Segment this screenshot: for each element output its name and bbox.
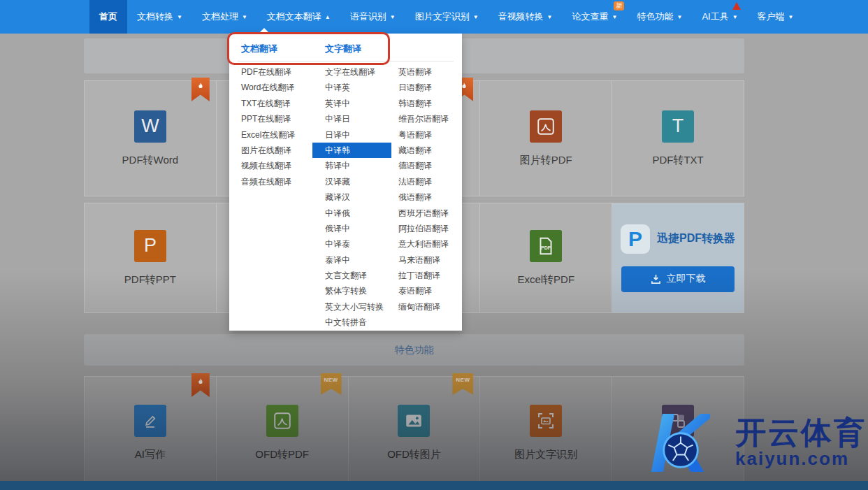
dropdown-item[interactable]: 繁体字转换 xyxy=(325,283,391,298)
dropdown-item[interactable]: 藏语翻译 xyxy=(398,143,449,158)
pdf-adobe-icon xyxy=(530,110,562,143)
dropdown-pointer-icon xyxy=(259,28,270,34)
dropdown-item[interactable]: 日译中 xyxy=(325,127,391,143)
card-label: PDF转PPT xyxy=(124,273,176,287)
dropdown-item[interactable]: PPT在线翻译 xyxy=(241,111,295,127)
card-label: 图片文字识别 xyxy=(514,448,577,461)
card-pdf-convert-partial[interactable]: PDF转 xyxy=(612,376,744,490)
dropdown-item[interactable]: 德语翻译 xyxy=(398,158,449,173)
card-ai-writing[interactable]: AI写作 xyxy=(84,376,217,490)
dropdown-item[interactable]: 中文转拼音 xyxy=(325,315,391,330)
card-label: AI写作 xyxy=(135,448,166,461)
dropdown-item[interactable]: 俄译中 xyxy=(325,221,391,236)
dropdown-item[interactable]: 缅甸语翻译 xyxy=(398,299,449,315)
doc-text-translate-dropdown: 文档翻译 文字翻译 PDF在线翻译Word在线翻译TXT在线翻译PPT在线翻译E… xyxy=(229,34,462,331)
dropdown-item[interactable]: PDF在线翻译 xyxy=(241,64,295,80)
card-label: PDF转 xyxy=(663,448,694,461)
caret-down-icon: ▼ xyxy=(612,15,618,20)
dropdown-item[interactable]: 俄语翻译 xyxy=(398,189,449,205)
dropdown-item[interactable]: 泰译中 xyxy=(325,252,391,268)
card-excel-to-pdf[interactable]: PDF Excel转PDF xyxy=(479,203,612,313)
dropdown-item[interactable]: 法语翻译 xyxy=(398,174,449,189)
card-label: Excel转PDF xyxy=(517,273,574,287)
brand-name: 迅捷PDF转换器 xyxy=(657,231,735,246)
new-badge: NEW xyxy=(452,373,473,395)
nav-item-label: 文档处理 xyxy=(202,10,238,23)
dropdown-item[interactable]: TXT在线翻译 xyxy=(241,96,295,111)
dropdown-item[interactable]: 中译日 xyxy=(325,111,391,127)
dropdown-item[interactable]: 韩译中 xyxy=(325,158,391,173)
new-badge: 新 xyxy=(614,1,624,10)
card-row-3: AI写作 NEW OFD转PDF NEW OFD转图片 图片文字识别 PDF转 xyxy=(84,376,744,490)
dropdown-item[interactable]: 泰语翻译 xyxy=(398,283,449,298)
dropdown-item[interactable]: 拉丁语翻译 xyxy=(398,268,449,283)
dropdown-item[interactable]: 维吾尔语翻译 xyxy=(398,111,449,127)
dropdown-item[interactable]: 韩语翻译 xyxy=(398,96,449,111)
card-ofd-to-pdf[interactable]: NEW OFD转PDF xyxy=(216,376,349,490)
dropdown-item[interactable]: 意大利语翻译 xyxy=(398,236,449,252)
dropdown-item[interactable]: 藏译汉 xyxy=(325,189,391,205)
card-ofd-to-image[interactable]: NEW OFD转图片 xyxy=(348,376,481,490)
converter-promo-panel: P 迅捷PDF转换器 立即下载 xyxy=(612,203,744,313)
caret-down-icon: ▼ xyxy=(788,15,794,20)
dropdown-item[interactable]: 马来语翻译 xyxy=(398,252,449,268)
nav-item-home[interactable]: 首页 xyxy=(89,0,127,34)
dropdown-item[interactable]: Word在线翻译 xyxy=(241,80,295,95)
dropdown-item[interactable]: 英译中 xyxy=(325,96,391,111)
dropdown-item[interactable]: 音频在线翻译 xyxy=(241,174,295,189)
dropdown-item[interactable]: 英语翻译 xyxy=(398,64,449,80)
flame-icon xyxy=(196,82,205,92)
nav-item-paper-check[interactable]: 论文查重▼新 xyxy=(563,0,628,34)
nav-item-image-text-ocr[interactable]: 图片文字识别▼ xyxy=(405,0,489,34)
dropdown-item[interactable]: 中译韩 xyxy=(312,143,391,158)
svg-text:PDF: PDF xyxy=(541,245,551,250)
caret-down-icon: ▼ xyxy=(547,15,553,20)
card-pdf-to-word[interactable]: W PDF转Word xyxy=(84,80,217,196)
dropdown-item[interactable]: 中译俄 xyxy=(325,206,391,221)
dropdown-item[interactable]: Excel在线翻译 xyxy=(241,127,295,143)
caret-up-icon: ▲ xyxy=(325,15,331,20)
brand-row: P 迅捷PDF转换器 xyxy=(621,224,735,254)
caret-down-icon: ▼ xyxy=(677,15,682,20)
caret-down-icon: ▼ xyxy=(473,15,479,20)
card-image-to-pdf[interactable]: 图片转PDF xyxy=(479,80,612,196)
dropdown-item[interactable]: 文言文翻译 xyxy=(325,268,391,283)
download-now-button[interactable]: 立即下载 xyxy=(621,266,735,292)
dropdown-header-document-translate[interactable]: 文档翻译 xyxy=(241,43,277,55)
dropdown-item[interactable]: 阿拉伯语翻译 xyxy=(398,221,449,236)
dropdown-item[interactable]: 图片在线翻译 xyxy=(241,143,295,158)
dropdown-item[interactable]: 文字在线翻译 xyxy=(325,64,391,80)
nav-item-audio-video-convert[interactable]: 音视频转换▼ xyxy=(489,0,563,34)
dropdown-header-text-translate[interactable]: 文字翻译 xyxy=(325,43,361,55)
card-image-text-ocr[interactable]: 图片文字识别 xyxy=(479,376,612,490)
dropdown-divider xyxy=(238,61,454,62)
dropdown-item[interactable]: 粤语翻译 xyxy=(398,127,449,143)
dropdown-item[interactable]: 日语翻译 xyxy=(398,80,449,95)
hot-flame-badge xyxy=(191,78,210,101)
txt-icon: T xyxy=(662,110,694,143)
nav-item-speech-recognition[interactable]: 语音识别▼ xyxy=(340,0,405,34)
section-band-featured: 特色功能 xyxy=(84,334,744,366)
windows-grid-icon xyxy=(662,405,694,437)
nav-item-ai-tools[interactable]: AI工具▼ xyxy=(692,0,747,34)
dropdown-item[interactable]: 英文大小写转换 xyxy=(325,299,391,315)
dropdown-item[interactable]: 西班牙语翻译 xyxy=(398,206,449,221)
dropdown-item[interactable]: 视频在线翻译 xyxy=(241,158,295,173)
nav-item-label: 文档转换 xyxy=(137,10,173,23)
nav-item-doc-convert[interactable]: 文档转换▼ xyxy=(127,0,192,34)
card-pdf-to-ppt[interactable]: P PDF转PPT xyxy=(84,203,217,313)
card-label: PDF转Word xyxy=(122,154,179,167)
nav-item-client[interactable]: 客户端▼ xyxy=(748,0,804,34)
pdf-converter-logo-icon: P xyxy=(621,224,650,254)
card-label: 图片转PDF xyxy=(520,154,572,167)
card-pdf-to-txt[interactable]: T PDF转TXT xyxy=(612,80,744,196)
nav-item-label: 首页 xyxy=(99,10,117,23)
top-navigation: 首页文档转换▼文档处理▼文档文本翻译▲语音识别▼图片文字识别▼音视频转换▼论文查… xyxy=(0,0,868,34)
dropdown-item[interactable]: 中译英 xyxy=(325,80,391,95)
caret-down-icon: ▼ xyxy=(177,15,182,20)
card-label: PDF转TXT xyxy=(652,154,703,167)
dropdown-item[interactable]: 中译泰 xyxy=(325,236,391,252)
nav-item-featured[interactable]: 特色功能▼ xyxy=(627,0,692,34)
nav-item-doc-process[interactable]: 文档处理▼ xyxy=(192,0,257,34)
dropdown-item[interactable]: 汉译藏 xyxy=(325,174,391,189)
